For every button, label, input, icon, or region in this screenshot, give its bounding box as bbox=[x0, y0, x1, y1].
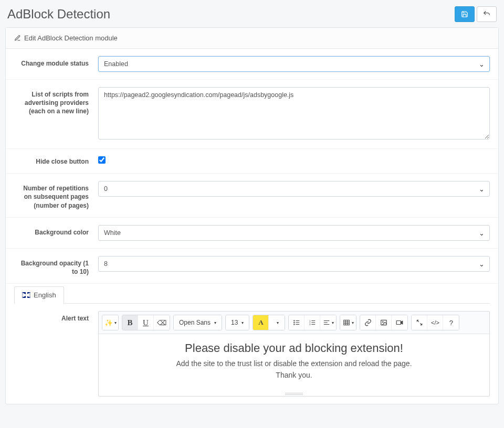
text-color-dropdown[interactable]: ▾ bbox=[269, 315, 285, 330]
svg-marker-23 bbox=[401, 321, 403, 324]
tab-english[interactable]: English bbox=[14, 286, 64, 304]
help-button[interactable]: ? bbox=[443, 315, 459, 330]
bg-opacity-select[interactable]: 8 bbox=[98, 256, 490, 272]
svg-point-21 bbox=[382, 322, 383, 323]
svg-point-4 bbox=[294, 324, 295, 325]
svg-text:3: 3 bbox=[309, 323, 311, 326]
back-button[interactable] bbox=[477, 6, 497, 22]
save-button[interactable] bbox=[455, 6, 475, 22]
alert-line2: Thank you. bbox=[109, 370, 479, 381]
repetitions-select[interactable]: 0 bbox=[98, 181, 490, 197]
align-icon bbox=[323, 319, 330, 326]
font-family-select[interactable]: Open Sans▾ bbox=[174, 315, 222, 330]
label-hide-close: Hide close button bbox=[14, 156, 98, 166]
eraser-button[interactable]: ⌫ bbox=[154, 315, 170, 330]
ordered-list-button[interactable]: 123 bbox=[304, 315, 320, 330]
resize-grip[interactable] bbox=[285, 393, 303, 395]
language-tabs: English bbox=[6, 286, 498, 303]
label-bg-color: Background color bbox=[14, 225, 98, 241]
font-size-select[interactable]: 13▾ bbox=[226, 315, 249, 330]
undo-arrow-icon bbox=[483, 10, 490, 18]
question-icon: ? bbox=[449, 319, 453, 327]
fullscreen-button[interactable] bbox=[412, 315, 427, 330]
code-view-button[interactable]: </> bbox=[427, 315, 443, 330]
eraser-icon: ⌫ bbox=[157, 319, 166, 327]
label-repetitions: Number of repetitions on subsequent page… bbox=[14, 181, 98, 210]
svg-point-2 bbox=[294, 323, 295, 323]
unordered-list-button[interactable] bbox=[289, 315, 304, 330]
scripts-textarea[interactable] bbox=[98, 87, 490, 140]
label-bg-opacity: Background opacity (1 to 10) bbox=[14, 256, 98, 276]
rich-text-editor: ✨▾ B U ⌫ Open Sans▾ 13▾ bbox=[98, 311, 490, 396]
save-icon bbox=[461, 10, 468, 18]
panel-heading-text: Edit AdBlock Detection module bbox=[24, 34, 118, 42]
pencil-icon bbox=[14, 35, 21, 41]
svg-rect-15 bbox=[344, 320, 350, 325]
wand-icon: ✨ bbox=[104, 319, 113, 327]
image-icon bbox=[380, 319, 387, 326]
link-button[interactable] bbox=[360, 315, 376, 330]
ol-icon: 123 bbox=[309, 319, 316, 326]
align-button[interactable]: ▾ bbox=[320, 315, 336, 330]
tab-english-label: English bbox=[34, 291, 56, 299]
bg-color-select[interactable]: White bbox=[98, 225, 490, 241]
header-actions bbox=[455, 6, 497, 22]
panel-heading: Edit AdBlock Detection module bbox=[6, 28, 498, 49]
magic-button[interactable]: ✨▾ bbox=[102, 315, 118, 330]
video-button[interactable] bbox=[392, 315, 407, 330]
label-scripts: List of scripts from advertising provide… bbox=[14, 87, 98, 141]
expand-icon bbox=[416, 319, 423, 326]
alert-heading: Please disable your ad blocking extensio… bbox=[109, 341, 479, 355]
font-size-label: 13 bbox=[231, 319, 238, 326]
ul-icon bbox=[293, 319, 300, 326]
text-color-button[interactable]: A bbox=[253, 315, 269, 330]
editor-toolbar: ✨▾ B U ⌫ Open Sans▾ 13▾ bbox=[99, 312, 489, 334]
label-alert-text: Alert text bbox=[14, 311, 98, 396]
settings-panel: Edit AdBlock Detection module Change mod… bbox=[5, 27, 499, 404]
video-icon bbox=[396, 319, 403, 326]
svg-point-0 bbox=[294, 320, 295, 321]
font-family-label: Open Sans bbox=[179, 319, 211, 326]
table-icon bbox=[343, 319, 350, 326]
hide-close-checkbox[interactable] bbox=[98, 156, 106, 164]
svg-rect-22 bbox=[397, 321, 401, 325]
link-icon bbox=[364, 319, 372, 326]
flag-uk-icon bbox=[22, 292, 30, 298]
page-title: AdBlock Detection bbox=[7, 7, 110, 22]
label-status: Change module status bbox=[14, 56, 98, 72]
code-icon: </> bbox=[431, 319, 439, 326]
image-button[interactable] bbox=[376, 315, 392, 330]
editor-content[interactable]: Please disable your ad blocking extensio… bbox=[99, 334, 489, 395]
status-select[interactable]: Enabled bbox=[98, 56, 490, 72]
alert-line1: Add the site to the trust list or disabl… bbox=[109, 358, 479, 370]
bold-button[interactable]: B bbox=[122, 315, 138, 330]
underline-button[interactable]: U bbox=[138, 315, 154, 330]
table-button[interactable]: ▾ bbox=[340, 315, 356, 330]
